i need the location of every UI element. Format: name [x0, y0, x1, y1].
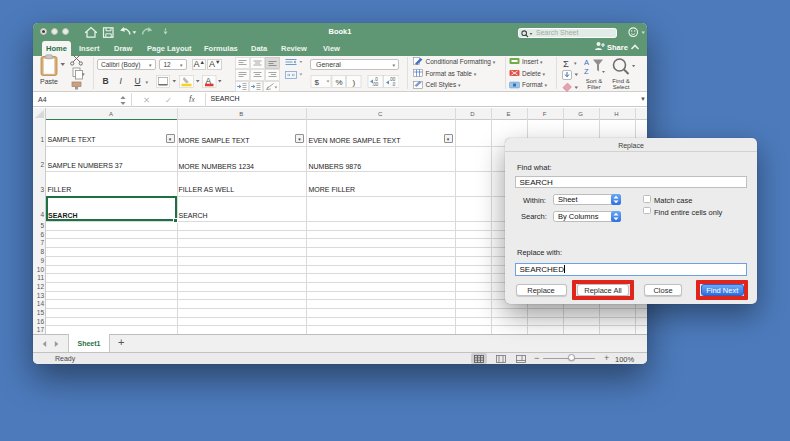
svg-text:A: A: [584, 58, 589, 67]
svg-text:$: $: [315, 77, 320, 86]
svg-text:.00: .00: [372, 82, 379, 87]
svg-text:%: %: [336, 77, 343, 86]
svg-text:.0: .0: [392, 82, 396, 87]
svg-text:): ): [353, 77, 356, 86]
svg-text:Z: Z: [584, 67, 589, 76]
